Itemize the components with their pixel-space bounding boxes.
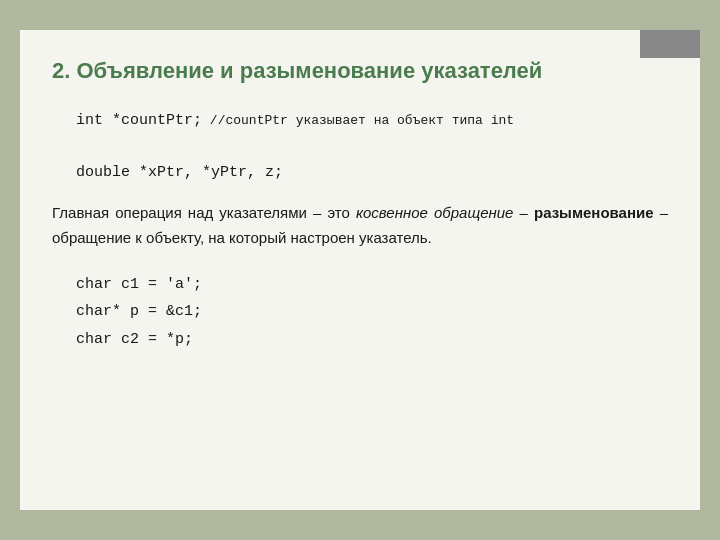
code-comment-1: //countPtr указывает на объект типа int [202,113,514,128]
code-main-1: int *countPtr; [76,112,202,129]
prose-italic: косвенное обращение [356,204,514,221]
top-right-decoration [640,30,700,58]
spacer-1 [52,142,668,160]
prose-bold: разыменование [534,204,654,221]
code-block-1: int *countPtr; //countPtr указывает на о… [76,108,668,134]
code-line-2: double *xPtr, *yPtr, z; [76,160,668,186]
slide-title: 2. Объявление и разыменование указателей [52,58,668,84]
code-block-2: double *xPtr, *yPtr, z; [76,160,668,186]
prose-paragraph: Главная операция над указателями – это к… [52,201,668,251]
code-block-3: char c1 = 'a'; char* p = &c1; char c2 = … [76,271,668,354]
slide: 2. Объявление и разыменование указателей… [20,30,700,510]
code-line-3: char c1 = 'a'; [76,271,668,299]
code-line-5: char c2 = *p; [76,326,668,354]
code-line-4: char* p = &c1; [76,298,668,326]
prose-text-1: Главная операция над указателями – это [52,204,356,221]
prose-text-2: – [513,204,534,221]
code-line-1: int *countPtr; //countPtr указывает на о… [76,108,668,134]
